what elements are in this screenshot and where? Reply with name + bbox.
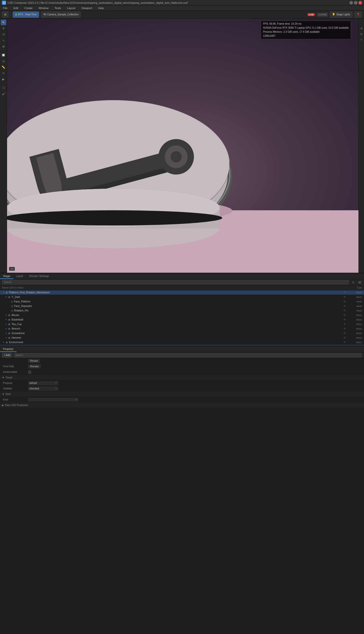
tree-item-platform[interactable]: ⊞ Platform_First_Rotation_Mechanism 👁 Xf… (0, 290, 364, 295)
rtx-indicator (15, 14, 17, 16)
expand-mouse[interactable] (5, 314, 8, 316)
menu-help[interactable]: Help (97, 6, 105, 10)
menu-create[interactable]: Create (23, 6, 34, 10)
kind-dropdown[interactable]: ▼ (28, 398, 78, 401)
rtx-label: RTX - Real Time (18, 13, 37, 16)
tree-item-screwdriver[interactable]: ⊞ Screwdriver 👁 Xform (0, 331, 364, 336)
visibility-value[interactable]: inherited ▼ (28, 387, 361, 390)
menu-viewport[interactable]: Viewport (80, 6, 93, 10)
snap-tool[interactable]: 🔲 (1, 52, 6, 58)
tree-item-basketball[interactable]: ⊞ Basketball 👁 Xform (0, 318, 364, 322)
layer-tab[interactable]: Layer (13, 273, 26, 279)
cache-badge: CACHE (317, 13, 328, 16)
property-tabs: Property (0, 346, 364, 352)
add-plus-icon: + (4, 354, 5, 356)
eye-screwdriver[interactable]: 👁 (343, 332, 346, 335)
expand-hammer[interactable] (5, 337, 8, 339)
property-tab[interactable]: Property (0, 346, 17, 352)
property-spacer (0, 408, 364, 634)
close-button[interactable] (358, 1, 362, 5)
kind-value[interactable]: ▼ (28, 398, 361, 401)
stage-sort-btn[interactable]: ⊞ (357, 280, 362, 285)
tree-item-face-platform[interactable]: ◻ Face_Platform 👁 Mesh (0, 299, 364, 304)
settings-btn-1[interactable]: ⚙ (359, 26, 364, 31)
purpose-dropdown[interactable]: default ▼ (28, 381, 58, 385)
menu-layout[interactable]: Layout (66, 6, 76, 10)
stage-search-input[interactable] (2, 280, 349, 285)
eye-platform[interactable]: 👁 (343, 291, 346, 294)
menu-edit[interactable]: Edit (13, 6, 19, 10)
hammer-label: Hammer (12, 336, 343, 339)
tree-item-hammer[interactable]: ⊞ Hammer 👁 Xform (0, 336, 364, 340)
settings-btn-3[interactable]: ≡ (359, 37, 364, 42)
eye-teacup[interactable]: 👁 (343, 323, 346, 326)
raw-usd-section-header[interactable]: ▶ Raw USD Properties (0, 403, 364, 408)
maximize-button[interactable] (354, 1, 357, 5)
menu-tools[interactable]: Tools (54, 6, 62, 10)
toolbar-grid-button[interactable]: ⊞ (2, 12, 9, 18)
universal-tool[interactable]: ⊕ (1, 44, 6, 49)
property-search-input[interactable] (14, 353, 362, 358)
instanceable-value[interactable] (28, 371, 361, 374)
live-badge[interactable]: LIVE (307, 13, 315, 16)
expand-yjoint[interactable] (5, 296, 8, 298)
tree-item-environment[interactable]: ⊞ Environment 👁 Xform (0, 340, 364, 345)
visual-section-header[interactable]: ▼ Visual (0, 375, 364, 380)
scale-tool[interactable]: ⤡ (1, 38, 6, 43)
eye-rotation-pin[interactable]: 👁 (343, 309, 346, 312)
tree-item-mouse[interactable]: ⊞ Mouse 👁 Xform (0, 313, 364, 318)
stage-filter-btn[interactable]: ≡ (351, 280, 355, 285)
measure-tool[interactable]: 📏 (1, 64, 6, 70)
tree-item-rotation-pin[interactable]: ◻ Rotation_Pin 👁 Mesh (0, 308, 364, 313)
minimize-button[interactable] (349, 1, 353, 5)
resolution-text: 1336x1667 (263, 34, 349, 38)
select-tool[interactable]: ↖ (1, 20, 6, 25)
stage-lights-button[interactable]: 💡 Stage Lights (330, 12, 352, 18)
purpose-value[interactable]: default ▼ (28, 381, 361, 385)
eye-face-platform[interactable]: 👁 (343, 300, 346, 303)
expand-teacup[interactable] (5, 323, 8, 326)
instanceable-checkbox[interactable] (28, 371, 31, 374)
render-settings-tab[interactable]: Render Settings (26, 273, 52, 279)
paint-tool[interactable]: 🖌 (1, 91, 6, 97)
main-layout: ↖ ✛ ↺ ⤡ ⊕ 🔲 ◎ 📏 ✏ ▶ ⬡ 🖌 (0, 19, 364, 273)
eye-face-separator[interactable]: 👁 (343, 305, 346, 307)
rotate-tool[interactable]: ↺ (1, 32, 6, 37)
rtx-realtime-button[interactable]: RTX - Real Time (13, 12, 39, 18)
eye-wrench[interactable]: 👁 (343, 327, 346, 330)
gps-button[interactable]: 📍 (354, 12, 362, 18)
tree-item-teacup[interactable]: ⊞ Tea_Cup 👁 Xform (0, 322, 364, 327)
xform-icon-hammer: ⊞ (8, 336, 11, 340)
tree-item-wrench[interactable]: ⊞ Wrench 👁 Xform (0, 327, 364, 331)
eye-hammer[interactable]: 👁 (343, 336, 346, 339)
eye-yjoint[interactable]: 👁 (343, 296, 346, 298)
tree-item-yjoint[interactable]: ⊞ Y_Joint 👁 Xform (0, 295, 364, 299)
eye-basketball[interactable]: 👁 (343, 318, 346, 321)
add-property-button[interactable]: + Add (2, 353, 12, 358)
eye-environment[interactable]: 👁 (343, 341, 346, 344)
camera-fly-tool[interactable]: ◎ (1, 58, 6, 64)
visibility-row: Visibility inherited ▼ (0, 386, 364, 391)
visibility-dropdown[interactable]: inherited ▼ (28, 387, 58, 390)
title-text: USD Composer 2023.2.6 | file:/C:/Users/k… (8, 1, 188, 4)
eye-mouse[interactable]: 👁 (343, 314, 346, 316)
expand-basketball[interactable] (5, 319, 8, 321)
menu-file[interactable]: File (2, 6, 9, 10)
physics-tool[interactable]: ⬡ (1, 85, 6, 91)
expand-environment[interactable] (3, 341, 5, 344)
gpu-text: NVIDIA GeForce RTX 3080 Ti Laptop GPU: 5… (263, 26, 349, 30)
viewport[interactable]: FPS: 69.96, Frame time: 14.29 ms NVIDIA … (7, 19, 358, 273)
settings-btn-2[interactable]: ⊟ (359, 32, 364, 36)
expand-platform[interactable] (3, 291, 5, 294)
kind-section-header[interactable]: ▼ Kind (0, 391, 364, 397)
expand-screwdriver[interactable] (5, 332, 8, 335)
play-tool[interactable]: ▶ (1, 76, 6, 82)
move-tool[interactable]: ✛ (1, 26, 6, 31)
stage-tab[interactable]: Stage (0, 273, 13, 279)
tree-item-face-separator[interactable]: ◻ Face_Separator 👁 Mesh (0, 304, 364, 308)
raw-usd-section-label: Raw USD Properties (5, 404, 28, 407)
expand-wrench[interactable] (5, 328, 8, 330)
camera-button[interactable]: 📷 Camera_Sample_Collection (41, 12, 81, 18)
annotate-tool[interactable]: ✏ (1, 70, 6, 76)
menu-window[interactable]: Window (38, 6, 50, 10)
